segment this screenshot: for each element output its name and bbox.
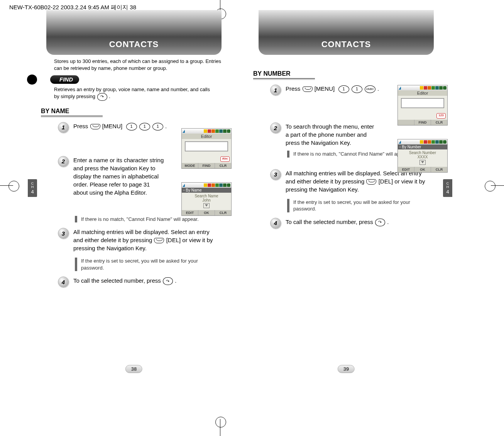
phone-status-bar (398, 139, 447, 144)
page-number: 39 (338, 365, 355, 373)
step-text: Enter a name or its character string and… (73, 156, 166, 197)
t: 4 (31, 189, 34, 195)
phone-input (185, 141, 228, 151)
softkey: CLR (431, 120, 447, 125)
phone-list-header: ▫ By Number (398, 144, 447, 149)
nav-down-icon (203, 203, 210, 208)
note-text: If the entry is set to secret, you will … (81, 258, 206, 271)
crop-mark-right (491, 185, 504, 193)
step-number: 4 (58, 277, 69, 287)
step-text: Press [MENU] 1 1 1 . (73, 122, 167, 131)
section-heading-by-number: BY NUMBER (253, 70, 291, 77)
step-number: 3 (270, 169, 281, 180)
chapter-tab: C H 4 (28, 179, 37, 197)
t: John (182, 198, 231, 202)
phone-screenshot-by-number: ▫ By Number Search Number XXXX EDIT OK C… (397, 139, 448, 173)
note-bar-icon (75, 258, 77, 271)
phone-screenshot-editor: Editor Abc MODE FIND CLR (181, 128, 232, 169)
status-icons (203, 129, 230, 133)
phone-input (401, 98, 444, 108)
step-3: 3 All matching entries will be displayed… (58, 228, 235, 252)
softkey: MODE (182, 163, 198, 168)
softkey: FIND (198, 163, 215, 168)
softkey-icon (366, 179, 376, 185)
input-mode-badge: 123 (436, 113, 446, 119)
t: To call the selected number, press (286, 219, 373, 225)
phone-list-header: ▫ By Name (182, 188, 231, 193)
note-text: If there is no match, "Cannot Find Name"… (81, 216, 199, 223)
step-text: Press [MENU] 1 1 2ABC . (286, 85, 379, 93)
crop-mark-left (0, 185, 13, 193)
signal-icon (399, 141, 401, 144)
step-text: All matching entries will be displayed. … (73, 228, 220, 252)
phone-softkeys: EDIT OK CLR (182, 210, 231, 215)
phone-title: Editor (182, 134, 231, 139)
softkey: EDIT (182, 210, 198, 215)
t: XXXX (398, 155, 447, 159)
note: If there is no match, "Cannot Find Name"… (75, 216, 206, 223)
phone-screen: Abc (182, 139, 231, 163)
chapter-tab: C H 4 (443, 179, 452, 197)
softkey (398, 120, 414, 125)
step-text: To call the selected number, press . (73, 277, 176, 285)
step-4: 4 To call the selected number, press . (270, 218, 448, 229)
t: 4 (446, 189, 449, 195)
page-number: 38 (125, 365, 142, 373)
k: 1 (356, 86, 358, 92)
page-spread: CONTACTS Stores up to 300 entries, each … (28, 9, 452, 372)
note-text: If there is no match, "Cannot Find Name"… (293, 151, 411, 158)
step-4: 4 To call the selected number, press . (58, 277, 235, 287)
softkey: OK (198, 210, 215, 215)
k: 1 (157, 124, 159, 129)
phone-screenshot-by-name: ▫ By Name Search Name John EDIT OK CLR (181, 182, 232, 216)
nav-down-icon (419, 160, 426, 165)
phone-status-bar (182, 183, 231, 188)
softkey: FIND (414, 120, 431, 125)
k: 2ABC (366, 87, 374, 91)
t: Search Number (398, 151, 447, 155)
section-rule (41, 115, 103, 117)
step-number: 4 (270, 218, 281, 229)
note-bar-icon (287, 199, 289, 212)
note: If the entry is set to secret, you will … (75, 258, 206, 271)
status-icons (419, 140, 446, 144)
softkey-icon (154, 238, 164, 243)
page-left: CONTACTS Stores up to 300 entries, each … (28, 9, 240, 372)
status-icons (203, 183, 230, 187)
k: 1 (342, 86, 345, 92)
step-text: To search through the menu, enter a part… (286, 122, 374, 147)
signal-icon (183, 130, 185, 133)
signal-icon (183, 184, 185, 187)
find-desc-a: Retrieves an entry by group, voice name,… (54, 87, 210, 99)
softkey: CLR (215, 163, 231, 168)
phone-list-body: Search Name John (182, 193, 231, 210)
step-text: To call the selected number, press . (286, 218, 389, 226)
step-number: 1 (270, 85, 281, 95)
note-text: If the entry is set to secret, you will … (293, 199, 418, 212)
t: [MENU] (102, 123, 123, 129)
key-1-icon: 1 (152, 123, 163, 131)
phone-title: Editor (398, 90, 447, 96)
key-1-icon: 1 (352, 85, 362, 93)
phone-screen: 123 (398, 96, 447, 120)
find-description: Retrieves an entry by group, voice name,… (54, 86, 216, 101)
step-number: 1 (58, 122, 69, 133)
note-bar-icon (75, 216, 77, 223)
find-heading: FIND (50, 75, 79, 84)
section-rule (253, 78, 315, 80)
page-title: CONTACTS (32, 39, 235, 49)
t: To call the selected number, press (73, 277, 161, 284)
softkey: EDIT (398, 167, 414, 172)
key-1-icon: 1 (139, 123, 150, 131)
send-key-icon (163, 277, 173, 285)
phone-list-body: Search Number XXXX (398, 149, 447, 167)
softkey: OK (414, 167, 431, 172)
header-band: CONTACTS (32, 10, 235, 55)
step-number: 3 (58, 228, 69, 239)
note: If the entry is set to secret, you will … (287, 199, 418, 212)
t: Press (286, 85, 300, 92)
page-right: CONTACTS BY NUMBER 1 Press [MENU] 1 1 2A… (240, 9, 452, 372)
page-title: CONTACTS (245, 39, 448, 49)
signal-icon (399, 87, 401, 90)
t: [MENU] (315, 85, 335, 92)
